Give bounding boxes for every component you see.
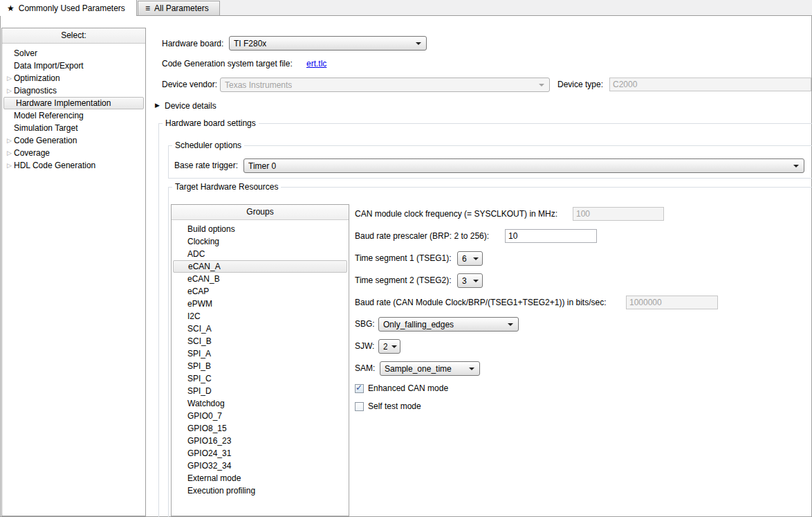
expand-arrow-icon[interactable]: ▷	[2, 149, 13, 156]
sidebar-item-label: Solver	[13, 48, 37, 58]
target-hardware-resources-title: Target Hardware Resources	[172, 182, 281, 192]
sbg-label: SBG:	[355, 317, 375, 332]
self-test-mode-checkbox[interactable]: ✓	[355, 402, 364, 411]
group-item-spi-a[interactable]: SPI_A	[172, 347, 349, 360]
group-item-spi-d[interactable]: SPI_D	[172, 385, 349, 397]
sidebar-item-label: Optimization	[13, 73, 60, 83]
check-icon: ✓	[356, 383, 362, 392]
target-file-label: Code Generation system target file:	[162, 58, 293, 70]
scheduler-options-title: Scheduler options	[172, 140, 244, 151]
sam-select[interactable]: Sample_one_time	[380, 361, 480, 376]
sidebar-item-label: Diagnostics	[13, 86, 57, 96]
group-item-i2c[interactable]: I2C	[172, 310, 349, 323]
expand-arrow-icon[interactable]: ▶	[155, 102, 160, 109]
sidebar-item-solver[interactable]: Solver	[2, 47, 145, 60]
group-item-watchdog[interactable]: Watchdog	[172, 397, 349, 410]
sidebar-item-label: Data Import/Export	[13, 61, 84, 71]
chevron-down-icon	[539, 84, 544, 87]
sidebar-item-simulation-target[interactable]: Simulation Target	[2, 122, 145, 134]
hardware-board-label: Hardware board:	[162, 37, 223, 51]
chevron-down-icon	[473, 280, 479, 282]
group-item-gpio16-23[interactable]: GPIO16_23	[172, 435, 349, 447]
chevron-down-icon	[391, 345, 397, 348]
group-item-ecap[interactable]: eCAP	[172, 285, 349, 298]
baud-rate-label: Baud rate (CAN Module Clock/BRP/(TSEG1+T…	[355, 296, 606, 309]
chevron-down-icon	[473, 257, 479, 260]
sjw-select[interactable]: 2	[378, 339, 400, 354]
can-clock-field	[573, 207, 664, 221]
hardware-board-settings-title: Hardware board settings	[163, 118, 259, 129]
combo-value: 6	[462, 254, 467, 264]
device-type-label: Device type:	[557, 78, 603, 92]
hardware-board-select[interactable]: TI F280x	[229, 36, 427, 51]
sidebar-item-label: Hardware Implementation	[15, 98, 111, 108]
chevron-down-icon	[416, 42, 421, 45]
sidebar-item-label: HDL Code Generation	[13, 161, 95, 170]
device-vendor-label: Device vendor:	[162, 78, 217, 92]
group-item-external-mode[interactable]: External mode	[172, 472, 349, 484]
combo-value: Sample_one_time	[385, 364, 452, 374]
tseg2-label: Time segment 2 (TSEG2):	[355, 273, 452, 287]
enhanced-can-mode-label: Enhanced CAN mode	[368, 383, 448, 394]
sidebar-item-hardware-implementation[interactable]: Hardware Implementation	[3, 97, 144, 109]
sidebar-item-list: SolverData Import/Export▷Optimization▷Di…	[2, 44, 145, 172]
group-item-clocking[interactable]: Clocking	[172, 235, 349, 248]
star-icon: ★	[7, 3, 15, 13]
group-item-epwm[interactable]: ePWM	[172, 298, 349, 310]
can-clock-label: CAN module clock frequency (= SYSCLKOUT)…	[355, 207, 557, 221]
target-file-link[interactable]: ert.tlc	[306, 58, 326, 70]
sidebar-item-label: Simulation Target	[13, 123, 78, 133]
sidebar-item-data-import-export[interactable]: Data Import/Export	[2, 60, 145, 72]
combo-value: Timer 0	[248, 161, 276, 171]
baud-rate-field	[626, 296, 718, 309]
combo-value: 3	[462, 276, 467, 286]
sidebar-item-code-generation[interactable]: ▷Code Generation	[2, 134, 145, 147]
sidebar-item-optimization[interactable]: ▷Optimization	[2, 72, 145, 84]
combo-value: Only_falling_edges	[383, 320, 454, 329]
tseg1-label: Time segment 1 (TSEG1):	[355, 251, 452, 265]
expand-arrow-icon[interactable]: ▷	[2, 162, 13, 169]
configuration-parameters-window: ★ Commonly Used Parameters ≡ All Paramet…	[0, 0, 812, 517]
sidebar-item-hdl-code-generation[interactable]: ▷HDL Code Generation	[2, 159, 145, 172]
select-panel: Select: SolverData Import/Export▷Optimiz…	[1, 28, 146, 516]
group-item-ecan-a[interactable]: eCAN_A	[173, 260, 347, 273]
sjw-label: SJW:	[355, 339, 374, 354]
group-item-sci-b[interactable]: SCI_B	[172, 335, 349, 347]
chevron-down-icon	[508, 323, 513, 326]
expand-arrow-icon[interactable]: ▷	[2, 75, 13, 82]
group-item-gpio32-34[interactable]: GPIO32_34	[172, 460, 349, 472]
sbg-select[interactable]: Only_falling_edges	[378, 317, 519, 332]
group-item-execution-profiling[interactable]: Execution profiling	[172, 484, 349, 497]
tab-label: All Parameters	[154, 3, 209, 13]
device-vendor-select: Texas Instruments	[220, 78, 550, 92]
tab-all-parameters[interactable]: ≡ All Parameters	[138, 1, 220, 15]
group-item-gpio24-31[interactable]: GPIO24_31	[172, 447, 349, 460]
chevron-down-icon	[469, 368, 474, 370]
group-item-adc[interactable]: ADC	[172, 248, 349, 260]
tab-label: Commonly Used Parameters	[19, 3, 125, 13]
tseg2-select[interactable]: 3	[457, 273, 483, 288]
group-item-gpio0-7[interactable]: GPIO0_7	[172, 410, 349, 422]
group-item-build-options[interactable]: Build options	[172, 223, 349, 235]
select-header: Select:	[2, 28, 145, 44]
tseg1-select[interactable]: 6	[457, 251, 483, 266]
group-item-spi-b[interactable]: SPI_B	[172, 360, 349, 372]
sidebar-item-diagnostics[interactable]: ▷Diagnostics	[2, 84, 145, 97]
combo-value: Texas Instruments	[225, 80, 292, 90]
combo-value: TI F280x	[234, 39, 266, 48]
groups-item-list: Build optionsClockingADCeCAN_AeCAN_BeCAP…	[172, 220, 349, 497]
group-item-gpio8-15[interactable]: GPIO8_15	[172, 422, 349, 435]
expand-arrow-icon[interactable]: ▷	[2, 137, 13, 144]
group-item-sci-a[interactable]: SCI_A	[172, 323, 349, 335]
sidebar-item-model-referencing[interactable]: Model Referencing	[2, 109, 145, 122]
chevron-down-icon	[793, 165, 799, 167]
enhanced-can-mode-checkbox[interactable]: ✓	[355, 384, 364, 393]
sidebar-item-coverage[interactable]: ▷Coverage	[2, 147, 145, 159]
expand-arrow-icon[interactable]: ▷	[2, 87, 13, 94]
group-item-ecan-b[interactable]: eCAN_B	[172, 273, 349, 285]
group-item-spi-c[interactable]: SPI_C	[172, 372, 349, 385]
groups-list-box: Groups Build optionsClockingADCeCAN_AeCA…	[171, 204, 349, 516]
brp-field[interactable]	[505, 229, 597, 243]
tab-commonly-used-parameters[interactable]: ★ Commonly Used Parameters	[0, 0, 137, 16]
base-rate-trigger-select[interactable]: Timer 0	[243, 158, 804, 173]
